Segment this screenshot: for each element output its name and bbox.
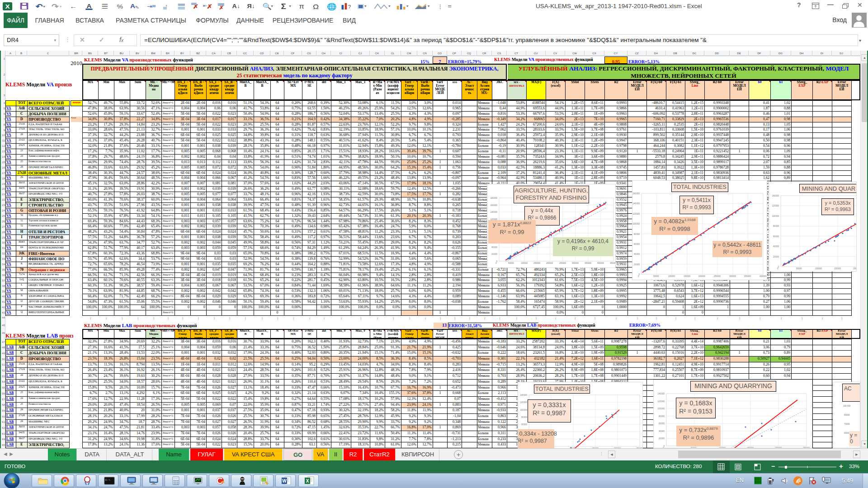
svg-text:▾: ▾ — [364, 4, 367, 8]
svg-text:W: W — [282, 479, 287, 483]
svg-text:X: X — [306, 479, 309, 483]
svg-text:=: = — [448, 3, 452, 9]
svg-text:▾: ▾ — [388, 4, 391, 8]
svg-text:__: __ — [151, 479, 154, 482]
svg-text:▾: ▾ — [289, 4, 291, 8]
svg-text:↷: ↷ — [52, 2, 59, 10]
svg-text:▾: ▾ — [406, 4, 409, 8]
svg-text:↶: ↶ — [35, 2, 43, 10]
svg-text:⋮: ⋮ — [437, 4, 443, 10]
svg-text:%: % — [117, 3, 123, 10]
svg-text:▾: ▾ — [60, 5, 62, 9]
svg-text:Σ: Σ — [281, 2, 286, 10]
svg-text:⇥: ⇥ — [147, 3, 153, 9]
svg-text:Ω: Ω — [313, 3, 319, 10]
svg-text:π: π — [299, 3, 304, 10]
svg-text:А↓: А↓ — [232, 3, 240, 9]
svg-text:✗: ✗ — [207, 3, 212, 10]
svg-text:☰: ☰ — [102, 3, 108, 10]
svg-text:A: A — [130, 3, 135, 9]
svg-text:?: ? — [348, 5, 351, 9]
svg-text:A: A — [87, 3, 92, 9]
svg-text:←: ← — [70, 3, 77, 10]
svg-text:X: X — [5, 3, 10, 10]
svg-text:C:\: C:\ — [105, 479, 110, 482]
svg-text:Я↓: Я↓ — [247, 3, 255, 9]
svg-text:✎: ✎ — [135, 5, 140, 10]
svg-text:🌐: 🌐 — [327, 2, 337, 11]
svg-text:▾: ▾ — [428, 4, 430, 8]
svg-text:✗: ✗ — [219, 5, 224, 11]
svg-text:⇤: ⇤ — [203, 3, 208, 8]
svg-text:▾: ▾ — [43, 5, 45, 9]
svg-text:▾: ▾ — [271, 4, 273, 8]
